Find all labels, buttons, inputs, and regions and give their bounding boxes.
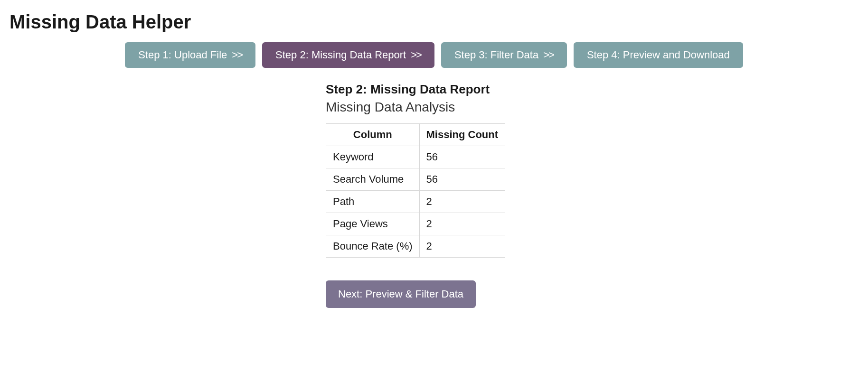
- step-4-label: Step 4: Preview and Download: [587, 49, 730, 61]
- step-2-label: Step 2: Missing Data Report: [275, 49, 406, 61]
- table-row: Keyword 56: [326, 146, 505, 168]
- step-heading: Step 2: Missing Data Report: [326, 82, 490, 97]
- chevron-right-icon: >>: [543, 49, 554, 61]
- cell-missing-count: 2: [419, 235, 505, 258]
- cell-missing-count: 2: [419, 191, 505, 213]
- cell-missing-count: 56: [419, 146, 505, 168]
- cell-column: Keyword: [326, 146, 420, 168]
- step-4-button[interactable]: Step 4: Preview and Download: [574, 42, 743, 68]
- chevron-right-icon: >>: [232, 49, 242, 61]
- step-3-button[interactable]: Step 3: Filter Data >>: [441, 42, 567, 68]
- table-header-row: Column Missing Count: [326, 124, 505, 146]
- cell-column: Bounce Rate (%): [326, 235, 420, 258]
- table-row: Bounce Rate (%) 2: [326, 235, 505, 258]
- table-row: Page Views 2: [326, 213, 505, 235]
- table-row: Path 2: [326, 191, 505, 213]
- steps-nav: Step 1: Upload File >> Step 2: Missing D…: [0, 42, 868, 82]
- next-button[interactable]: Next: Preview & Filter Data: [326, 280, 476, 308]
- cell-column: Search Volume: [326, 168, 420, 191]
- cell-column: Path: [326, 191, 420, 213]
- step-1-button[interactable]: Step 1: Upload File >>: [125, 42, 255, 68]
- step-2-button[interactable]: Step 2: Missing Data Report >>: [262, 42, 434, 68]
- header-missing-count: Missing Count: [419, 124, 505, 146]
- step-1-label: Step 1: Upload File: [138, 49, 227, 61]
- chevron-right-icon: >>: [411, 49, 421, 61]
- step-3-label: Step 3: Filter Data: [454, 49, 538, 61]
- cell-column: Page Views: [326, 213, 420, 235]
- header-column: Column: [326, 124, 420, 146]
- cell-missing-count: 56: [419, 168, 505, 191]
- table-row: Search Volume 56: [326, 168, 505, 191]
- page-title: Missing Data Helper: [0, 0, 868, 42]
- main-content: Step 2: Missing Data Report Missing Data…: [326, 82, 868, 308]
- cell-missing-count: 2: [419, 213, 505, 235]
- analysis-heading: Missing Data Analysis: [326, 100, 455, 115]
- missing-data-table: Column Missing Count Keyword 56 Search V…: [326, 123, 505, 258]
